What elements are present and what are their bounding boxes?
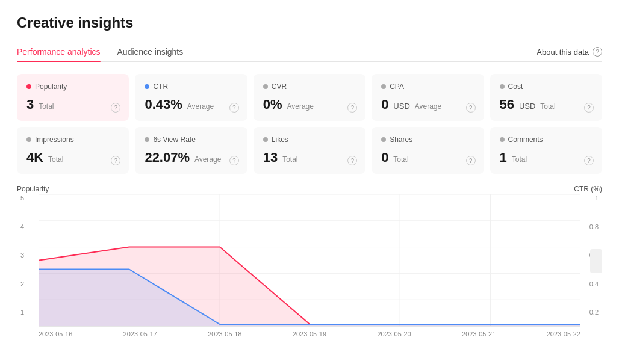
y-axis-right-label: 1	[589, 194, 599, 202]
chart-wrapper: 54321 10.80.60.40.2	[39, 194, 580, 338]
metric-label-likes: Likes	[263, 135, 356, 144]
metric-card-ctr: CTR 0.43% Average ?	[135, 74, 247, 121]
chart-area	[39, 194, 580, 327]
metric-dot-impressions	[26, 137, 31, 142]
metric-value-area-impressions: 4K Total	[26, 150, 119, 165]
metric-name-likes: Likes	[272, 135, 288, 144]
metric-value-likes: 13	[263, 150, 278, 165]
metric-value-area-view_rate: 22.07% Average	[145, 150, 237, 165]
metric-value-area-ctr: 0.43% Average	[145, 97, 237, 113]
metric-label-cost: Cost	[500, 82, 593, 91]
metric-card-shares: Shares 0 Total ?	[372, 127, 484, 174]
metric-label-comments: Comments	[500, 135, 593, 144]
y-axis-right-label: 0.8	[589, 223, 599, 230]
metric-help-btn-view_rate[interactable]: ?	[229, 156, 239, 165]
metric-dot-cpa	[381, 84, 386, 89]
chart-container: Popularity CTR (%) 54321 10.80.60.40.2	[17, 185, 602, 338]
x-axis-label: 2023-05-20	[377, 330, 411, 338]
metric-help-btn-shares[interactable]: ?	[466, 156, 476, 165]
metrics-row-2: Impressions 4K Total ? 6s View Rate 22.0…	[17, 127, 602, 174]
metric-sub-view_rate: Average	[194, 155, 221, 164]
metric-name-impressions: Impressions	[35, 135, 74, 144]
metric-unit-cost: USD	[519, 102, 535, 111]
metric-name-cpa: CPA	[390, 82, 404, 91]
metric-dot-popularity	[26, 84, 31, 89]
metric-label-cvr: CVR	[263, 82, 356, 91]
x-axis-labels: 2023-05-162023-05-172023-05-182023-05-19…	[39, 330, 580, 338]
metric-dot-view_rate	[145, 137, 149, 142]
metric-card-comments: Comments 1 Total ?	[490, 127, 602, 174]
chart-svg	[39, 194, 580, 326]
y-axis-left-label: 2	[20, 280, 24, 288]
metric-label-view_rate: 6s View Rate	[145, 135, 237, 144]
metric-label-cpa: CPA	[381, 82, 474, 91]
metric-value-cvr: 0%	[263, 97, 282, 112]
metrics-row-1: Popularity 3 Total ? CTR 0.43% Average ?	[17, 74, 602, 121]
metric-value-area-cvr: 0% Average	[263, 97, 356, 113]
chart-left-label: Popularity	[17, 185, 49, 193]
y-axis-right-label: 0.2	[589, 309, 599, 316]
y-axis-left-label: 4	[20, 223, 24, 230]
metric-value-ctr: 0.43%	[145, 97, 182, 112]
metric-help-btn-cost[interactable]: ?	[584, 103, 594, 113]
metric-value-impressions: 4K	[26, 150, 43, 165]
metric-sub-cvr: Average	[287, 102, 313, 111]
metric-name-view_rate: 6s View Rate	[153, 135, 195, 144]
y-axis-left-label: 5	[20, 194, 24, 202]
metric-value-view_rate: 22.07%	[145, 150, 190, 165]
metric-help-btn-cpa[interactable]: ?	[466, 103, 476, 113]
metric-dot-ctr	[145, 84, 149, 89]
metric-sub-shares: Total	[393, 155, 408, 164]
metric-card-cpa: CPA 0 USD Average ?	[372, 74, 484, 121]
metric-value-comments: 1	[500, 150, 507, 165]
metric-dot-likes	[263, 137, 268, 142]
metric-dot-shares	[381, 137, 386, 142]
chart-toggle-btn[interactable]: -	[590, 249, 602, 273]
x-axis-label: 2023-05-16	[39, 330, 72, 338]
page-title: Creative insights	[17, 14, 602, 31]
metric-help-btn-comments[interactable]: ?	[584, 156, 594, 165]
metric-unit-cpa: USD	[393, 102, 409, 111]
metric-name-popularity: Popularity	[35, 82, 67, 91]
metric-value-area-popularity: 3 Total	[26, 97, 119, 113]
metric-name-cost: Cost	[508, 82, 523, 91]
metric-value-popularity: 3	[26, 97, 34, 112]
about-data-label: About this data	[537, 48, 589, 57]
metric-sub-likes: Total	[282, 155, 297, 164]
metric-sub-ctr: Average	[187, 102, 214, 111]
metric-name-comments: Comments	[508, 135, 543, 144]
metric-help-btn-ctr[interactable]: ?	[229, 103, 239, 113]
metric-dot-cvr	[263, 84, 268, 89]
about-data-help-icon[interactable]: ?	[593, 47, 602, 57]
metric-card-impressions: Impressions 4K Total ?	[17, 127, 129, 174]
metric-value-area-shares: 0 Total	[381, 150, 474, 165]
metric-sub-comments: Total	[512, 155, 527, 164]
metric-label-impressions: Impressions	[26, 135, 119, 144]
about-data[interactable]: About this data ?	[537, 47, 602, 57]
y-axis-left-label: 1	[20, 309, 24, 316]
metric-value-shares: 0	[381, 150, 388, 165]
metric-label-shares: Shares	[381, 135, 474, 144]
metric-label-popularity: Popularity	[26, 82, 119, 91]
x-axis-label: 2023-05-19	[293, 330, 326, 338]
tab-performance-analytics[interactable]: Performance analytics	[17, 42, 101, 61]
tab-audience-insights[interactable]: Audience insights	[117, 42, 184, 61]
chart-y-axis-left: 54321	[20, 194, 24, 338]
metric-name-cvr: CVR	[272, 82, 287, 91]
metric-name-shares: Shares	[390, 135, 412, 144]
metric-value-area-comments: 1 Total	[500, 150, 593, 165]
metric-sub-cpa: Average	[415, 102, 441, 111]
metric-card-popularity: Popularity 3 Total ?	[17, 74, 129, 121]
metric-card-likes: Likes 13 Total ?	[254, 127, 365, 174]
x-axis-label: 2023-05-18	[208, 330, 241, 338]
metric-card-view_rate: 6s View Rate 22.07% Average ?	[135, 127, 247, 174]
metric-sub-cost: Total	[540, 102, 555, 111]
chart-right-label: CTR (%)	[574, 185, 602, 193]
metric-value-cpa: 0	[381, 97, 388, 112]
x-axis-label: 2023-05-22	[547, 330, 580, 338]
metric-sub-impressions: Total	[48, 155, 63, 164]
metric-value-area-likes: 13 Total	[263, 150, 356, 165]
metric-card-cvr: CVR 0% Average ?	[254, 74, 365, 121]
y-axis-left-label: 3	[20, 251, 24, 259]
metric-value-area-cpa: 0 USD Average	[381, 97, 474, 113]
